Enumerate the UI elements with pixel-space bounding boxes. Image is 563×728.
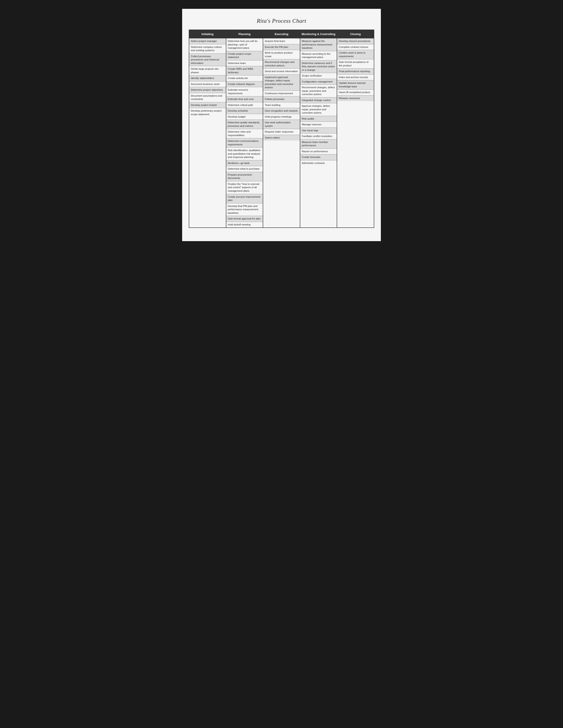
list-item: Select sellers [263, 135, 300, 141]
column-closing: ClosingDevelop closure proceduresComplet… [337, 30, 374, 227]
list-item: Develop final PM plan and performance me… [226, 203, 263, 216]
list-item: Send and receive information [263, 69, 300, 75]
list-item: Estimate time and cost [226, 96, 263, 102]
list-item: Determine roles and responsibilities [226, 129, 263, 138]
list-item: Hold kickoff meeting [226, 222, 263, 228]
list-item: Administer contracts [300, 160, 337, 166]
list-item: Update lessons learned knowledge base [337, 80, 374, 90]
list-item: Use issue logs [300, 128, 337, 134]
header-executing: Executing [263, 30, 300, 38]
list-item: Document assumptions and constraints [189, 93, 226, 102]
list-item: Continuous improvement [263, 91, 300, 97]
list-item: Identify stakeholders [189, 75, 226, 81]
list-item: Facilitate conflict resolution [300, 133, 337, 139]
list-item: Develop preliminary project scope statem… [189, 108, 226, 117]
list-item: Work to produce product scope [263, 50, 300, 59]
list-item: Manage reserves [300, 122, 337, 128]
header-planning: Planning [226, 30, 263, 38]
header-closing: Closing [337, 30, 374, 38]
header-initiating: Initiating [189, 30, 226, 38]
list-item: Measure team member performance [300, 139, 337, 149]
list-item: Develop closure procedures [337, 38, 374, 44]
list-item: Determine variances and if they warrant … [300, 60, 337, 73]
list-item: Measure according to the management plan… [300, 51, 337, 60]
list-item: Finalize the "how to execute and control… [226, 181, 263, 194]
list-item: Estimate resource requirements [226, 87, 263, 96]
list-item: Complete contract closure [337, 44, 374, 50]
list-item: Risk identification, qualitative and qua… [226, 148, 263, 160]
list-item: Follow processes [263, 96, 300, 102]
list-item: Hand off completed product [337, 90, 374, 96]
list-item: Give recognition and rewards [263, 108, 300, 114]
list-item: Develop budget [226, 114, 263, 120]
list-item: Determine team [226, 60, 263, 66]
list-item: Determine project objectives [189, 87, 226, 93]
list-item: Divide large projects into phases [189, 66, 226, 75]
list-item: Risk audits [300, 116, 337, 122]
list-item: Select project manager [189, 38, 226, 44]
list-item: Recommend changes, defect repair, preven… [300, 85, 337, 98]
list-item: Create forecasts [300, 154, 337, 160]
list-item: Scope verification [300, 73, 337, 79]
list-item: Gain formal approval for plan [226, 216, 263, 222]
list-item: Prepare procurement documents [226, 172, 263, 181]
list-item: Document business need [189, 81, 226, 87]
list-item: Report on performance [300, 149, 337, 155]
list-item: Determine how you will do planning—part … [226, 38, 263, 51]
list-item: Develop schedule [226, 108, 263, 114]
list-item: Index and archive records [337, 75, 374, 81]
column-planning: PlanningDetermine how you will do planni… [226, 30, 263, 227]
list-item: Determine critical path [226, 102, 263, 108]
chart-container: InitiatingSelect project managerDetermin… [189, 30, 374, 228]
list-item: Execute the PM plan [263, 44, 300, 50]
page: Rita's Process Chart InitiatingSelect pr… [182, 9, 381, 241]
header-monitoring: Monitoring & Controlling [300, 30, 337, 38]
list-item: Determine company culture and existing s… [189, 44, 226, 54]
list-item: Hold progress meetings [263, 114, 300, 120]
list-item: Determine what to purchase [226, 166, 263, 172]
list-item: Collect processes, procedures and histor… [189, 54, 226, 66]
list-item: Create activity list [226, 75, 263, 81]
list-item: Recommend changes and corrective actions [263, 59, 300, 69]
list-item: Use work authorization system [263, 120, 300, 129]
list-item: Final performance reporting [337, 69, 374, 75]
column-monitoring: Monitoring & ControllingMeasure against … [300, 30, 337, 227]
list-item: Create WBS and WBS dictionary [226, 66, 263, 75]
page-title: Rita's Process Chart [189, 18, 374, 24]
list-item: Gain formal acceptance of the product [337, 59, 374, 69]
list-item: Determine communications requirements [226, 138, 263, 148]
list-item: Implement approved changes, defect repai… [263, 75, 300, 91]
list-item: Configuration management [300, 79, 337, 85]
list-item: Approve changes, defect repair, preventi… [300, 103, 337, 116]
list-item: Create network diagram [226, 81, 263, 87]
list-item: Create process improvement plan [226, 194, 263, 203]
list-item: Determine quality standards, processes a… [226, 120, 263, 129]
list-item: Iterations—go back [226, 160, 263, 166]
column-initiating: InitiatingSelect project managerDetermin… [189, 30, 226, 227]
list-item: Request seller responses [263, 129, 300, 135]
list-item: Confirm work is done to requirements [337, 50, 374, 59]
column-executing: ExecutingAcquire final teamExecute the P… [263, 30, 300, 227]
list-item: Measure against the performance measurem… [300, 38, 337, 51]
list-item: Create project scope statement [226, 51, 263, 60]
list-item: Develop project charter [189, 102, 226, 108]
list-item: Release resources [337, 96, 374, 101]
list-item: Acquire final team [263, 38, 300, 44]
list-item: Team building [263, 102, 300, 108]
list-item: Integrated change control [300, 98, 337, 103]
